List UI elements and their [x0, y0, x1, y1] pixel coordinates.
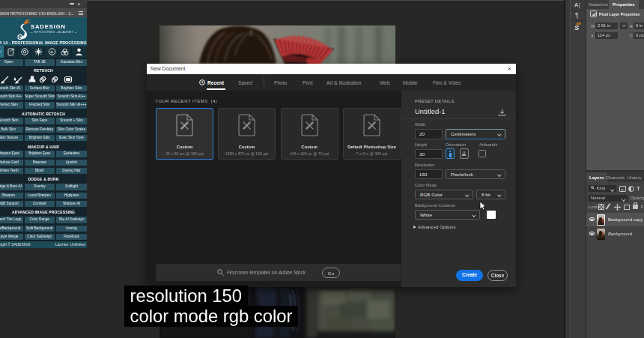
svg-text:AI: AI — [50, 50, 53, 54]
